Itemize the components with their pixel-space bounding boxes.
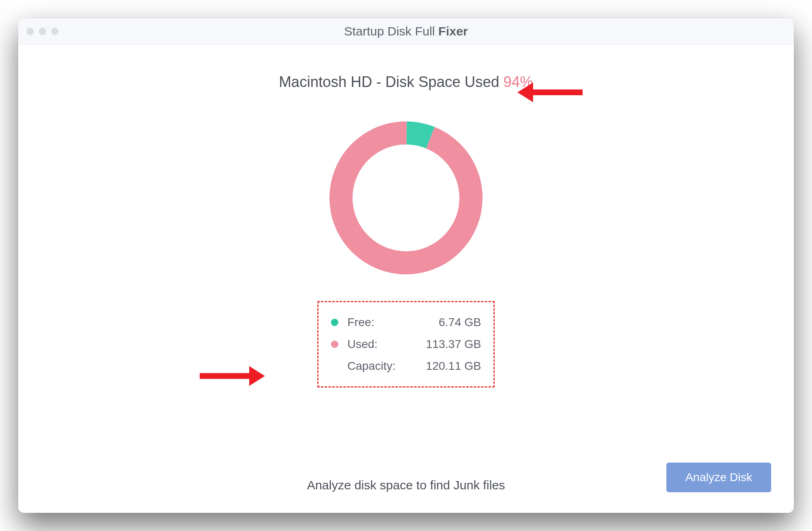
legend-box: Free: 6.74 GB Used: 113.37 GB Capacity: … (317, 301, 495, 388)
titlebar: Startup Disk Full Fixer (18, 18, 794, 45)
hint-text: Analyze disk space to find Junk files (307, 478, 505, 492)
donut-chart (43, 111, 769, 284)
disk-usage-heading: Macintosh HD - Disk Space Used 94% (43, 73, 769, 91)
heading-prefix: Macintosh HD - Disk Space Used (279, 73, 503, 90)
legend-dot-capacity-icon (331, 362, 338, 370)
analyze-disk-button[interactable]: Analyze Disk (666, 463, 771, 492)
legend-used-label: Used: (347, 333, 405, 355)
svg-point-0 (321, 113, 491, 282)
app-window: Startup Disk Full Fixer Macintosh HD - D… (18, 18, 794, 513)
close-icon[interactable] (26, 28, 34, 35)
window-title: Startup Disk Full Fixer (344, 24, 468, 38)
title-prefix: Startup Disk Full (344, 24, 438, 38)
minimize-icon[interactable] (39, 28, 46, 35)
zoom-icon[interactable] (51, 28, 59, 35)
annotation-arrow-legend (200, 366, 265, 386)
legend-dot-used-icon (331, 341, 338, 348)
arrow-shaft (200, 373, 249, 379)
arrow-head-icon (517, 82, 533, 102)
annotation-arrow-percent (517, 82, 583, 102)
legend-row-capacity: Capacity: 120.11 GB (331, 355, 481, 377)
legend-dot-free-icon (331, 319, 338, 326)
arrow-shaft (533, 89, 583, 95)
disk-usage-donut-icon (319, 111, 493, 284)
arrow-head-icon (249, 366, 265, 386)
window-controls (26, 28, 59, 35)
legend-row-free: Free: 6.74 GB (331, 311, 481, 333)
legend-row-used: Used: 113.37 GB (331, 333, 481, 355)
legend-free-label: Free: (347, 311, 405, 333)
legend-capacity-value: 120.11 GB (405, 355, 481, 377)
bottom-row: Analyze disk space to find Junk files An… (18, 478, 794, 492)
title-bold: Fixer (438, 24, 468, 38)
legend-used-value: 113.37 GB (405, 333, 481, 355)
legend-capacity-label: Capacity: (347, 355, 405, 377)
legend-free-value: 6.74 GB (405, 311, 481, 333)
content-area: Macintosh HD - Disk Space Used 94% Free: (18, 45, 794, 513)
